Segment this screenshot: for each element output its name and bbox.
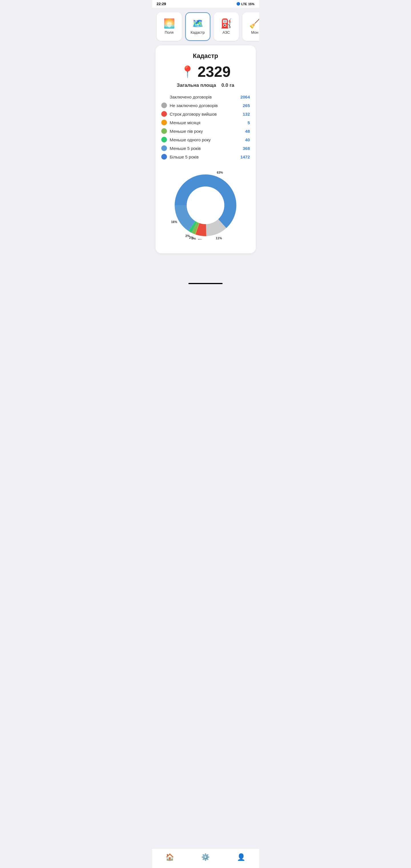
bottom-nav: 🏠 ⚙️ 👤: [152, 848, 259, 868]
stat-label-6: Меньше 5 років: [170, 146, 240, 151]
stat-row-1: Не заключено договорів265: [161, 102, 250, 108]
stat-value-3[interactable]: 5: [248, 120, 250, 125]
menu-card-cadastre[interactable]: 🗺️ Кадастр: [185, 12, 210, 41]
menu-card-fields[interactable]: 🌅 Поля: [157, 12, 182, 41]
stat-dot-7: [161, 154, 167, 160]
menu-card-gas[interactable]: ⛽ АЗС: [214, 12, 239, 41]
time-display: 22:29: [157, 2, 166, 6]
stat-dot-0: [161, 94, 167, 100]
stat-label-7: Більше 5 років: [170, 154, 238, 159]
home-icon: 🏠: [165, 853, 174, 861]
stat-label-3: Меньше місяця: [170, 120, 245, 125]
chart-label-0: 63%: [217, 171, 223, 174]
stat-dot-5: [161, 137, 167, 143]
home-bar: [188, 283, 223, 284]
profile-icon: 👤: [237, 853, 246, 861]
battery-indicator: 15%: [248, 2, 254, 6]
stat-row-0: Заключено договорів2064: [161, 94, 250, 100]
stat-dot-1: [161, 102, 167, 108]
stat-row-5: Меньше одного року40: [161, 137, 250, 143]
settings-icon: ⚙️: [201, 853, 210, 861]
signal-strength: LTE: [242, 2, 247, 6]
stat-label-5: Меньше одного року: [170, 137, 242, 142]
donut-center: [187, 187, 224, 224]
chart-label-2: 6%: [198, 239, 202, 240]
gas-icon: ⛽: [221, 19, 232, 28]
chart-label-1: 11%: [216, 237, 222, 240]
card-title: Кадастр: [161, 52, 250, 60]
status-time: 22:29: [157, 2, 166, 6]
stat-label-1: Не заключено договорів: [170, 103, 240, 108]
nav-settings[interactable]: ⚙️: [195, 852, 216, 862]
stat-row-4: Меньше пів року48: [161, 128, 250, 134]
menu-card-mop[interactable]: 🧹 Мон: [242, 12, 259, 41]
stats-list: Заключено договорів2064Не заключено дого…: [161, 94, 250, 160]
stat-row-3: Меньше місяця5: [161, 120, 250, 125]
stat-dot-6: [161, 145, 167, 151]
nav-home[interactable]: 🏠: [160, 852, 180, 862]
stat-row-6: Меньше 5 років368: [161, 145, 250, 151]
stat-value-0[interactable]: 2064: [240, 94, 250, 99]
gas-label: АЗС: [223, 30, 230, 35]
top-menu: 🌅 Поля 🗺️ Кадастр ⛽ АЗС 🧹 Мон: [152, 8, 259, 45]
stat-row-2: Строк договору вийшов132: [161, 111, 250, 117]
total-count: 2329: [197, 64, 231, 79]
stat-value-2[interactable]: 132: [243, 112, 250, 117]
main-card: Кадастр 📍 2329 Загальна площа 0.0 га Зак…: [156, 45, 256, 253]
fields-icon: 🌅: [163, 19, 175, 28]
cadastre-icon: 🗺️: [192, 19, 203, 28]
donut-chart: 63%11%6%0%2%2%16%: [171, 171, 240, 240]
stat-row-7: Більше 5 років1472: [161, 154, 250, 160]
stat-dot-2: [161, 111, 167, 117]
stat-label-2: Строк договору вийшов: [170, 112, 240, 117]
donut-chart-container: 63%11%6%0%2%2%16%: [161, 165, 250, 245]
stat-value-1[interactable]: 265: [243, 103, 250, 108]
stat-value-6[interactable]: 368: [243, 146, 250, 151]
count-row: 📍 2329: [161, 64, 250, 79]
status-bar: 22:29 🔵 LTE 15%: [152, 0, 259, 8]
chart-label-5: 2%: [185, 234, 190, 238]
cadastre-label: Кадастр: [191, 30, 204, 35]
stat-value-4[interactable]: 48: [245, 129, 250, 134]
stat-value-7[interactable]: 1472: [240, 154, 250, 159]
stat-value-5[interactable]: 40: [245, 137, 250, 142]
total-area-label: Загальна площа: [177, 83, 216, 88]
mop-label: Мон: [251, 30, 258, 35]
total-area-row: Загальна площа 0.0 га: [161, 83, 250, 88]
stat-label-0: Заключено договорів: [170, 94, 238, 99]
chart-label-6: 16%: [171, 220, 177, 223]
nav-profile[interactable]: 👤: [231, 852, 251, 862]
status-indicators: 🔵 LTE 15%: [236, 2, 255, 6]
mop-icon: 🧹: [249, 19, 259, 28]
fields-label: Поля: [165, 30, 173, 35]
stat-dot-4: [161, 128, 167, 134]
stat-label-4: Меньше пів року: [170, 129, 242, 134]
cadastre-icon: 📍: [180, 65, 195, 79]
bluetooth-icon: 🔵: [236, 2, 240, 6]
stat-dot-3: [161, 120, 167, 125]
total-area-value: 0.0 га: [221, 83, 234, 88]
